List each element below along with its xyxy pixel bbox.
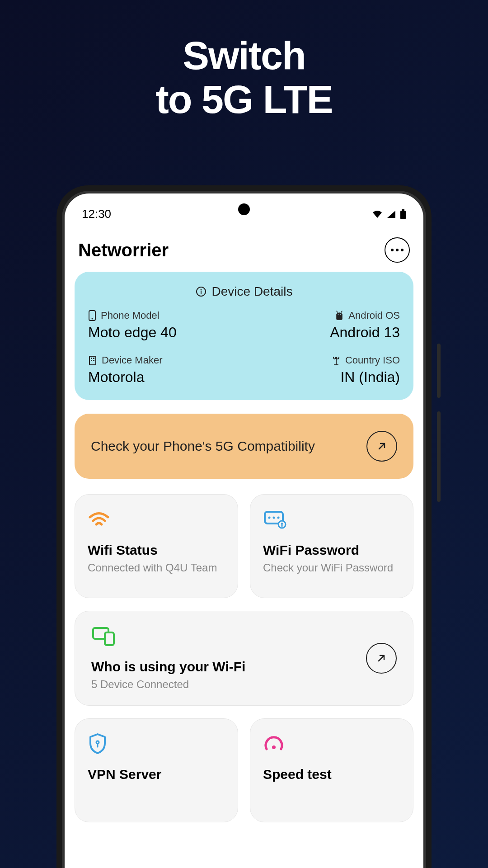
menu-dots-icon (391, 249, 394, 251)
side-button (437, 411, 441, 502)
svg-rect-1 (400, 211, 406, 219)
country-iso-value: IN (India) (249, 369, 400, 386)
svg-point-7 (338, 314, 339, 315)
device-maker-label: Device Maker (102, 354, 162, 366)
device-details-title: Device Details (212, 284, 293, 299)
device-details-card: Device Details Phone Model Moto edge 40 (75, 272, 413, 400)
password-icon (263, 509, 400, 530)
android-os-label: Android OS (348, 310, 400, 321)
promo-line-1: Switch (0, 34, 488, 78)
wifi-password-subtitle: Check your WiFi Password (263, 561, 400, 574)
building-icon (88, 355, 97, 365)
camera-notch (238, 203, 250, 215)
info-icon (196, 286, 206, 297)
svg-rect-0 (402, 209, 404, 211)
arrow-up-right-icon (366, 643, 397, 674)
5g-compat-button[interactable]: Check your Phone's 5G Compatibility (75, 414, 413, 479)
svg-point-18 (277, 517, 280, 519)
shield-icon (88, 733, 225, 754)
wifi-status-title: Wifi Status (88, 542, 225, 558)
phone-model-value: Moto edge 40 (88, 324, 239, 341)
who-wifi-subtitle: 5 Device Connected (91, 678, 245, 691)
who-wifi-card[interactable]: Who is using your Wi-Fi 5 Device Connect… (75, 611, 413, 706)
svg-rect-12 (91, 360, 92, 361)
svg-rect-9 (89, 356, 96, 365)
svg-point-14 (335, 357, 337, 359)
promo-headline: Switch to 5G LTE (0, 34, 488, 122)
svg-point-24 (272, 745, 276, 749)
device-maker-value: Motorola (88, 369, 239, 386)
devices-icon (91, 626, 245, 646)
phone-model-label: Phone Model (101, 310, 160, 321)
phone-frame: 12:30 Networrier (56, 185, 432, 868)
country-iso-label: Country ISO (345, 354, 400, 366)
android-icon (335, 311, 344, 321)
side-button (437, 344, 441, 398)
svg-point-8 (340, 314, 341, 315)
vpn-title: VPN Server (88, 767, 225, 782)
battery-icon (400, 209, 406, 219)
signal-icon (386, 210, 396, 219)
wifi-password-card[interactable]: WiFi Password Check your WiFi Password (250, 494, 413, 598)
svg-rect-22 (105, 632, 114, 645)
wifi-icon (372, 210, 383, 219)
wifi-icon (88, 509, 225, 530)
5g-compat-label: Check your Phone's 5G Compatibility (91, 439, 315, 454)
phone-icon (88, 310, 96, 321)
menu-button[interactable] (385, 237, 410, 263)
speed-test-card[interactable]: Speed test (250, 718, 413, 822)
antenna-icon (332, 355, 341, 365)
svg-rect-10 (91, 358, 92, 359)
speed-test-title: Speed test (263, 767, 400, 782)
vpn-server-card[interactable]: VPN Server (75, 718, 238, 822)
wifi-status-subtitle: Connected with Q4U Team (88, 561, 225, 574)
svg-rect-13 (93, 360, 94, 361)
svg-rect-4 (201, 291, 202, 294)
status-time: 12:30 (82, 207, 111, 221)
app-title: Networrier (78, 240, 169, 260)
promo-line-2: to 5G LTE (0, 78, 488, 122)
arrow-up-right-icon (366, 431, 397, 462)
svg-rect-11 (93, 358, 94, 359)
wifi-password-title: WiFi Password (263, 542, 400, 558)
svg-point-6 (92, 318, 93, 320)
android-os-value: Android 13 (249, 324, 400, 341)
who-wifi-title: Who is using your Wi-Fi (91, 659, 245, 675)
svg-point-17 (273, 517, 275, 519)
svg-point-3 (200, 289, 202, 291)
wifi-status-card[interactable]: Wifi Status Connected with Q4U Team (75, 494, 238, 598)
gauge-icon (263, 733, 400, 754)
svg-point-16 (268, 517, 271, 519)
